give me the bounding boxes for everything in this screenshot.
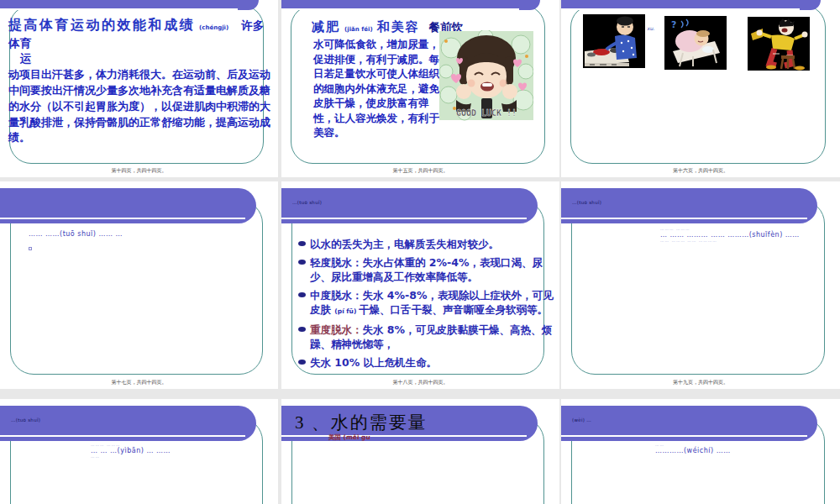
body-paragraph: 动项目出汗甚多，体力消耗很大。在运动前、后及运动中间要按出汗情况少量多次地补充含… xyxy=(8,67,271,146)
mini-placeholder-box xyxy=(29,247,32,250)
header-divider-line xyxy=(281,8,519,10)
slide-title: 提高体育运动的效能和成绩 xyxy=(8,18,195,32)
slide-thumbnail-21[interactable]: 3 、水的需要量 美国 (měi gu xyxy=(281,399,559,504)
good-luck-photo: GOOD LUCK !! xyxy=(439,30,533,121)
header-divider-line xyxy=(561,435,807,437)
header-title-small: (wèi) … xyxy=(572,417,591,423)
bullet-text: 重度脱水：失水 8%，可见皮肤黏膜干燥、高热、烦躁、精神恍惚等， xyxy=(310,323,554,351)
mini-text-line: …………(wéichí) …… xyxy=(655,447,731,454)
cartoon-image-eating xyxy=(583,14,645,68)
slide-header-bar xyxy=(0,0,259,10)
slide-body-mini-text: …… ……(tuō shuǐ) …… … xyxy=(29,230,123,254)
slide-thumbnail-22[interactable]: (wèi) … …… …………(wéichí) …… xyxy=(561,399,840,504)
bullet-icon xyxy=(298,241,306,246)
bullet-item: 重度脱水：失水 8%，可见皮肤黏膜干燥、高热、烦躁、精神恍惚等， xyxy=(298,323,554,351)
slide-content-border xyxy=(10,200,263,375)
body-paragraph: 水可降低食欲，增加尿量，促进排便，有利于减肥。每日若足量饮水可使人体组织的细胞内… xyxy=(313,37,439,140)
slide-header-bar xyxy=(0,188,256,223)
svg-text:?: ? xyxy=(671,19,676,30)
red-annotation-text: 美国 (měi gu xyxy=(328,433,370,442)
slide-thumbnail-18[interactable]: …(tuō shuǐ) 以水的丢失为主，电解质丢失相对较少。 轻度脱水：失水占体… xyxy=(281,181,559,389)
slide-body-mini-text: ……… ……… … … …(yìbān) … …… …… xyxy=(91,443,171,459)
wrapped-char: 运 xyxy=(20,51,271,66)
slide-header-bar: …(tuō shuǐ) xyxy=(281,188,538,223)
slide-body: 提高体育运动的效能和成绩 (chéngjì) 许多体育 运 动项目出汗甚多，体力… xyxy=(8,17,271,146)
slide-body-mini-text: ……… ……… … …… ……… …… ………(shuǐfèn) …… …… …… xyxy=(660,227,800,243)
bullet-text: 失水 10% 以上危机生命。 xyxy=(310,355,437,370)
slide-thumbnail-17[interactable]: …… ……(tuō shuǐ) …… … 第十七页，共四十四页。 xyxy=(0,181,278,389)
slide-header-bar: …(tuō shuǐ) xyxy=(561,188,817,223)
mini-text-line: …… ……(tuō shuǐ) …… … xyxy=(29,230,123,238)
cartoon-image-slumped: ? xyxy=(664,16,727,70)
bullet-icon xyxy=(298,327,306,332)
bullet-text: 以水的丢失为主，电解质丢失相对较少。 xyxy=(310,237,499,251)
bullet-item: 失水 10% 以上危机生命。 xyxy=(298,355,554,370)
bullet-text: 中度脱水：失水 4%-8%，表现除以上症状外，可见皮肤 (pí fū) 干燥、口… xyxy=(310,288,554,318)
slide-header-bar: …(tuō shuǐ) xyxy=(0,406,256,441)
slide-sorter-grid: 提高体育运动的效能和成绩 (chéngjì) 许多体育 运 动项目出汗甚多，体力… xyxy=(0,0,840,504)
slide-thumbnail-16[interactable]: xu. ? xyxy=(561,0,840,177)
mini-text-line: …… xyxy=(91,454,171,459)
slide-thumbnail-19[interactable]: …(tuō shuǐ) ……… ……… … …… ……… …… ………(shuǐ… xyxy=(561,181,840,389)
mini-text-line: … …… ……… …… ………(shuǐfèn) …… xyxy=(660,231,800,239)
page-number-footer: 第十九页，共四十四页。 xyxy=(561,379,840,386)
slide-title: 减肥 xyxy=(312,20,340,34)
slide-title-2: 和美容 xyxy=(377,20,420,34)
page-number-footer: 第十八页，共四十四页。 xyxy=(281,379,559,386)
slide-thumbnail-14[interactable]: 提高体育运动的效能和成绩 (chéngjì) 许多体育 运 动项目出汗甚多，体力… xyxy=(0,0,278,177)
header-divider-line xyxy=(0,435,245,437)
mini-text-line: … … …(yìbān) … …… xyxy=(91,447,171,454)
slide-body-mini-text: …… …………(wéichí) …… xyxy=(655,443,731,454)
bullet-item: 轻度脱水：失水占体重的 2%-4%，表现口渴、尿少、尿比重增高及工作效率降低等。 xyxy=(298,255,554,284)
header-divider-line xyxy=(561,8,800,10)
page-number-footer: 第十七页，共四十四页。 xyxy=(0,379,278,386)
bullet-icon xyxy=(298,260,306,265)
bullet-list: 以水的丢失为主，电解质丢失相对较少。 轻度脱水：失水占体重的 2%-4%，表现口… xyxy=(298,237,554,374)
header-title-small: …(tuō shuǐ) xyxy=(292,200,322,205)
mini-text-line: …… ……… …… ………… xyxy=(660,239,800,243)
bullet-text: 轻度脱水：失水占体重的 2%-4%，表现口渴、尿少、尿比重增高及工作效率降低等。 xyxy=(310,255,554,284)
page-number-footer: 第十六页，共四十四页。 xyxy=(561,167,840,175)
header-title-small: …(tuō shuǐ) xyxy=(572,200,601,205)
slide-thumbnail-20[interactable]: …(tuō shuǐ) ……… ……… … … …(yìbān) … …… …… xyxy=(0,399,278,504)
header-divider-line xyxy=(281,218,527,219)
bullet-icon xyxy=(298,292,306,297)
page-number-footer: 第十四页，共四十四页。 xyxy=(0,167,278,175)
header-title-small: …(tuō shuǐ) xyxy=(11,417,40,423)
slide-header-bar xyxy=(561,0,821,10)
bullet-item: 以水的丢失为主，电解质丢失相对较少。 xyxy=(298,237,554,251)
slide-header-bar xyxy=(281,0,540,10)
pinyin-annotation: (pí fū) xyxy=(334,307,359,315)
slide-thumbnail-15[interactable]: 减肥 (jiǎn féi) 和美容 餐前饮 水可降低食欲，增加尿量，促进排便，有… xyxy=(281,0,559,177)
severe-dehydration-label: 重度脱水： xyxy=(310,323,363,336)
pinyin-annotation: (chéngjì) xyxy=(199,24,228,31)
bullet-icon xyxy=(298,360,306,365)
pinyin-annotation: xu. xyxy=(647,25,654,31)
page-number-footer: 第十五页，共四十四页。 xyxy=(281,167,559,175)
header-divider-line xyxy=(0,218,245,219)
bullet-item: 中度脱水：失水 4%-8%，表现除以上症状外，可见皮肤 (pí fū) 干燥、口… xyxy=(298,288,554,318)
pinyin-annotation: (jiǎn féi) xyxy=(344,26,373,33)
svg-text:GOOD LUCK !!: GOOD LUCK !! xyxy=(456,108,517,118)
cartoon-image-stool xyxy=(748,17,810,71)
header-divider-line xyxy=(0,8,238,10)
slide-header-bar: (wèi) … xyxy=(561,406,817,441)
header-divider-line xyxy=(561,218,807,219)
